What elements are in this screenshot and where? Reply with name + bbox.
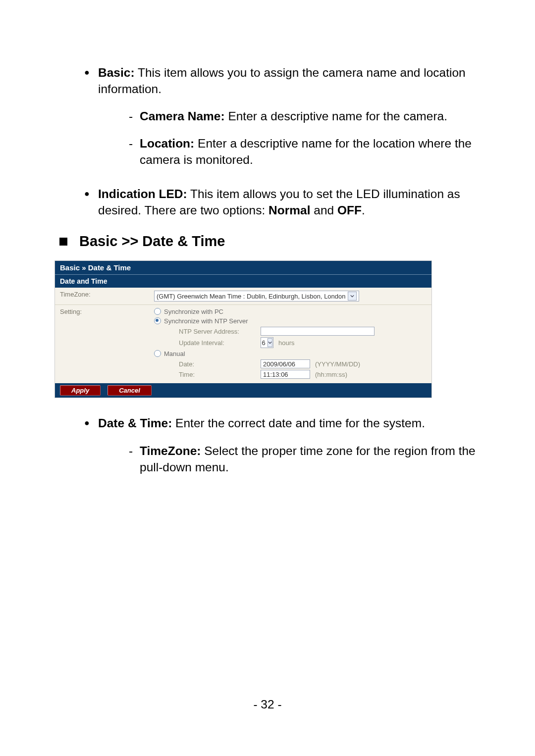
opt-sync-ntp-label: Synchronize with NTP Server — [164, 317, 248, 325]
row-setting: Setting: Synchronize with PC Synchronize… — [55, 305, 431, 383]
bold-off: OFF — [337, 203, 362, 217]
bullet-basic: ● Basic: This item allows you to assign … — [84, 64, 481, 179]
bullet-indication-led: ● Indication LED: This item allows you t… — [84, 186, 481, 218]
ntp-address-label: NTP Server Address: — [179, 328, 261, 335]
sub-location: - Location: Enter a descriptive name for… — [129, 135, 481, 168]
panel-subtitle: Date and Time — [55, 274, 431, 288]
sub-label: TimeZone: — [140, 444, 201, 457]
radio-manual[interactable] — [154, 350, 161, 357]
timezone-value: (GMT) Greenwich Mean Time : Dublin, Edin… — [157, 293, 346, 300]
bold-normal: Normal — [268, 203, 310, 217]
manual-date-row: Date: 2009/06/06 (YYYY/MM/DD) — [154, 359, 427, 368]
bullet-label: Indication LED: — [98, 187, 187, 201]
bullet-text: This item allows you to assign the camer… — [98, 66, 466, 96]
update-interval-label: Update Interval: — [179, 339, 261, 347]
radio-sync-pc[interactable] — [154, 308, 161, 315]
square-bullet-icon — [59, 238, 67, 246]
apply-button[interactable]: Apply — [60, 385, 101, 396]
chevron-down-icon[interactable] — [348, 292, 357, 301]
radio-sync-ntp[interactable] — [154, 317, 161, 324]
time-input[interactable]: 11:13:06 — [261, 370, 310, 379]
bullet-label: Basic: — [98, 66, 135, 79]
sub-label: Camera Name: — [140, 109, 225, 123]
time-hint: (hh:mm:ss) — [315, 371, 347, 378]
chevron-down-icon[interactable] — [268, 338, 272, 347]
panel-footer: Apply Cancel — [55, 383, 431, 398]
ntp-address-input[interactable] — [261, 327, 374, 336]
manual-time-row: Time: 11:13:06 (hh:mm:ss) — [154, 370, 427, 379]
dash-icon: - — [129, 443, 140, 475]
sub-label: Location: — [140, 137, 194, 150]
date-input[interactable]: 2009/06/06 — [261, 359, 310, 368]
opt-sync-pc-label: Synchronize with PC — [164, 308, 223, 315]
bullet-dot-icon: ● — [84, 186, 98, 218]
panel-title: Basic » Date & Time — [55, 261, 431, 274]
bullet-dot-icon: ● — [84, 415, 98, 486]
setting-label: Setting: — [55, 305, 149, 383]
row-timezone: TimeZone: (GMT) Greenwich Mean Time : Du… — [55, 288, 431, 305]
sub-text: Enter a descriptive name for the camera. — [225, 109, 447, 123]
settings-panel: Basic » Date & Time Date and Time TimeZo… — [54, 260, 432, 398]
bullet-text: Enter the correct date and time for the … — [172, 416, 425, 430]
date-label: Date: — [179, 360, 261, 368]
bullet-dot-icon: ● — [84, 64, 98, 179]
sub-camera-name: - Camera Name: Enter a descriptive name … — [129, 108, 481, 124]
timezone-select[interactable]: (GMT) Greenwich Mean Time : Dublin, Edin… — [154, 291, 359, 302]
update-interval-row: Update Interval: 6 hours — [154, 337, 427, 348]
update-interval-value: 6 — [262, 339, 265, 347]
timezone-label: TimeZone: — [55, 288, 149, 304]
bullet-label: Date & Time: — [98, 416, 172, 430]
time-label: Time: — [179, 371, 261, 378]
bullet-date-time: ● Date & Time: Enter the correct date an… — [84, 415, 481, 486]
section-heading: Basic >> Date & Time — [59, 233, 481, 250]
update-interval-unit: hours — [278, 339, 295, 347]
dash-icon: - — [129, 135, 140, 168]
dash-icon: - — [129, 108, 140, 124]
opt-manual-label: Manual — [164, 350, 185, 357]
page-number: - 32 - — [0, 698, 535, 711]
cancel-button[interactable]: Cancel — [107, 385, 152, 396]
date-hint: (YYYY/MM/DD) — [315, 360, 360, 368]
sub-timezone: - TimeZone: Select the proper time zone … — [129, 443, 481, 475]
update-interval-select[interactable]: 6 — [261, 337, 273, 348]
ntp-address-row: NTP Server Address: — [154, 327, 427, 336]
